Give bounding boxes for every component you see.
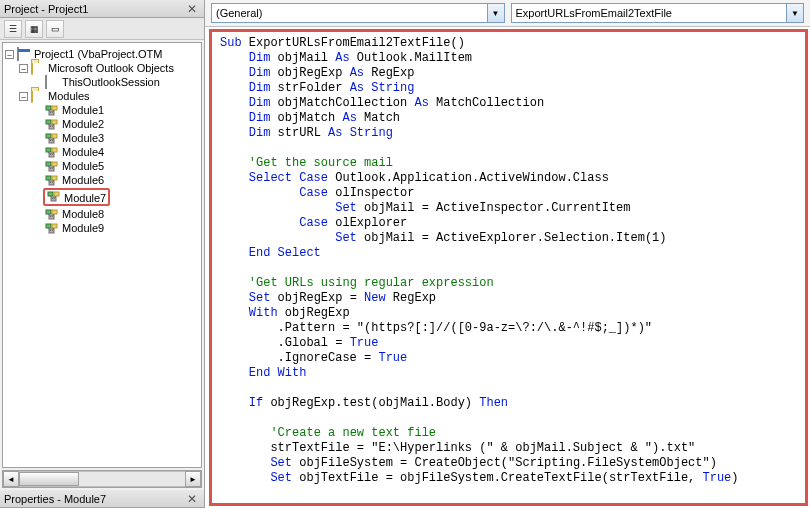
tree-folder[interactable]: –Microsoft Outlook Objects — [5, 61, 199, 75]
project-panel: Project - Project1 ✕ ☰ ▦ ▭ –Project1 (Vb… — [0, 0, 205, 508]
module-icon — [45, 162, 59, 174]
code-line: Dim objMatchCollection As MatchCollectio… — [220, 96, 797, 111]
scroll-right-icon[interactable]: ► — [185, 471, 201, 487]
code-line — [220, 411, 797, 426]
tree-item[interactable]: Module2 — [5, 117, 199, 131]
tree-toggle-icon[interactable]: – — [19, 92, 28, 101]
scroll-thumb[interactable] — [19, 472, 79, 486]
project-panel-title: Project - Project1 — [4, 3, 88, 15]
tree-item-label: Module6 — [62, 174, 104, 186]
scroll-left-icon[interactable]: ◄ — [3, 471, 19, 487]
svg-rect-35 — [46, 210, 51, 214]
code-line: .Pattern = "(https?[:]//([0-9a-z=\?:/\.&… — [220, 321, 797, 336]
tree-item[interactable]: Module9 — [5, 221, 199, 235]
svg-rect-21 — [52, 162, 57, 166]
svg-rect-16 — [52, 148, 57, 152]
procedure-combo-value: ExportURLsFromEmail2TextFile — [516, 7, 672, 19]
code-dropdowns: (General) ▼ ExportURLsFromEmail2TextFile… — [205, 0, 810, 27]
svg-rect-40 — [46, 224, 51, 228]
code-line: 'Get URLs using regular expression — [220, 276, 797, 291]
svg-rect-10 — [46, 134, 51, 138]
code-line: Sub ExportURLsFromEmail2TextFile() — [220, 36, 797, 51]
code-line: If objRegExp.test(objMail.Body) Then — [220, 396, 797, 411]
code-line: Dim objMail As Outlook.MailItem — [220, 51, 797, 66]
code-line: Set objTextFile = objFileSystem.CreateTe… — [220, 471, 797, 486]
code-line: End With — [220, 366, 797, 381]
highlighted-module: Module7 — [43, 188, 110, 206]
tree-item-label: Module1 — [62, 104, 104, 116]
code-line: Dim strFolder As String — [220, 81, 797, 96]
code-line: End Select — [220, 246, 797, 261]
close-icon[interactable]: ✕ — [184, 492, 200, 506]
code-editor[interactable]: Sub ExportURLsFromEmail2TextFile() Dim o… — [209, 29, 808, 506]
close-icon[interactable]: ✕ — [184, 2, 200, 16]
tree-item[interactable]: Module5 — [5, 159, 199, 173]
tree-toggle-icon[interactable]: – — [19, 64, 28, 73]
svg-rect-15 — [46, 148, 51, 152]
object-combo[interactable]: (General) ▼ — [211, 3, 505, 23]
folder-icon — [31, 89, 33, 103]
tree-item-label: Module3 — [62, 132, 104, 144]
module-icon — [45, 210, 59, 222]
tree-item[interactable]: Module7 — [5, 187, 199, 207]
code-line: .IgnoreCase = True — [220, 351, 797, 366]
scroll-track[interactable] — [19, 471, 185, 487]
tree-toggle-icon[interactable]: – — [5, 50, 14, 59]
code-line: 'Get the source mail — [220, 156, 797, 171]
code-line: Set objRegExp = New RegExp — [220, 291, 797, 306]
svg-rect-0 — [46, 106, 51, 110]
tree-item[interactable]: Module1 — [5, 103, 199, 117]
code-panel: (General) ▼ ExportURLsFromEmail2TextFile… — [205, 0, 810, 508]
code-line: Dim strURL As String — [220, 126, 797, 141]
module-icon — [45, 148, 59, 160]
svg-rect-30 — [48, 192, 53, 196]
project-tree[interactable]: –Project1 (VbaProject.OTM–Microsoft Outl… — [2, 42, 202, 468]
tree-folder[interactable]: –Modules — [5, 89, 199, 103]
project-icon — [17, 47, 19, 61]
properties-panel-header: Properties - Module7 ✕ — [0, 490, 204, 508]
code-line: Select Case Outlook.Application.ActiveWi… — [220, 171, 797, 186]
view-grid-button[interactable]: ▦ — [25, 20, 43, 38]
svg-rect-41 — [52, 224, 57, 228]
code-line: Set objMail = ActiveInspector.CurrentIte… — [220, 201, 797, 216]
code-line: strTextFile = "E:\Hyperlinks (" & objMai… — [220, 441, 797, 456]
svg-rect-6 — [52, 120, 57, 124]
tree-item-label: Module2 — [62, 118, 104, 130]
code-line: Set objFileSystem = CreateObject("Script… — [220, 456, 797, 471]
code-line — [220, 261, 797, 276]
svg-rect-5 — [46, 120, 51, 124]
chevron-down-icon[interactable]: ▼ — [487, 4, 504, 22]
code-line — [220, 381, 797, 396]
svg-rect-36 — [52, 210, 57, 214]
tree-item-label: Project1 (VbaProject.OTM — [34, 48, 162, 60]
tree-item[interactable]: Module8 — [5, 207, 199, 221]
svg-rect-11 — [52, 134, 57, 138]
properties-panel-title: Properties - Module7 — [4, 493, 106, 505]
svg-rect-26 — [52, 176, 57, 180]
tree-item-label: Modules — [48, 90, 90, 102]
procedure-combo[interactable]: ExportURLsFromEmail2TextFile ▼ — [511, 3, 805, 23]
module-icon — [47, 190, 61, 202]
folder-icon — [31, 61, 33, 75]
code-line: Case olExplorer — [220, 216, 797, 231]
tree-item-label: ThisOutlookSession — [62, 76, 160, 88]
code-line: Dim objMatch As Match — [220, 111, 797, 126]
code-line: With objRegExp — [220, 306, 797, 321]
chevron-down-icon[interactable]: ▼ — [786, 4, 803, 22]
svg-rect-1 — [52, 106, 57, 110]
svg-rect-20 — [46, 162, 51, 166]
code-line: .Global = True — [220, 336, 797, 351]
view-list-button[interactable]: ☰ — [4, 20, 22, 38]
view-folder-button[interactable]: ▭ — [46, 20, 64, 38]
svg-rect-31 — [54, 192, 59, 196]
tree-item-label: Module5 — [62, 160, 104, 172]
tree-item[interactable]: Module4 — [5, 145, 199, 159]
object-combo-value: (General) — [216, 7, 262, 19]
tree-item[interactable]: Module6 — [5, 173, 199, 187]
tree-hscroll[interactable]: ◄ ► — [2, 470, 202, 488]
code-line: Case olInspector — [220, 186, 797, 201]
tree-item[interactable]: Module3 — [5, 131, 199, 145]
document-icon — [45, 75, 47, 89]
code-line: 'Create a new text file — [220, 426, 797, 441]
project-panel-header: Project - Project1 ✕ — [0, 0, 204, 18]
